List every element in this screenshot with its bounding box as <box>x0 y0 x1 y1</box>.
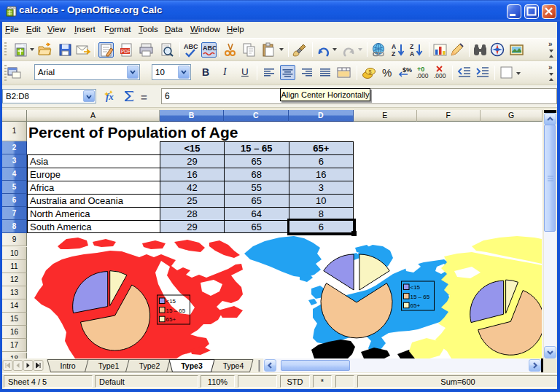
svg-text:65+: 65+ <box>166 316 176 323</box>
svg-text:65+: 65+ <box>411 302 421 309</box>
svg-text:Type3: Type3 <box>181 361 203 370</box>
svg-text:Z: Z <box>392 50 395 58</box>
svg-text:+0: +0 <box>417 66 424 73</box>
svg-text:<15: <15 <box>166 298 176 305</box>
svg-text:Z: Z <box>410 43 413 50</box>
svg-text:$: $ <box>369 69 372 74</box>
svg-text:%: % <box>382 66 392 79</box>
svg-text:.000: .000 <box>416 72 429 79</box>
svg-text:15 – 65: 15 – 65 <box>166 307 186 314</box>
svg-text:.000: .000 <box>434 72 446 79</box>
svg-text:15 – 65: 15 – 65 <box>411 294 430 300</box>
svg-text:PDF: PDF <box>121 49 131 54</box>
svg-text:Type2: Type2 <box>139 361 160 370</box>
svg-text:A: A <box>392 43 396 50</box>
svg-text:Intro: Intro <box>60 361 75 370</box>
svg-text:A: A <box>410 50 414 58</box>
svg-text:ABC: ABC <box>203 44 217 52</box>
svg-text:$%: $% <box>402 66 412 74</box>
svg-text:ABC: ABC <box>184 43 198 50</box>
svg-text:<15: <15 <box>411 284 421 291</box>
svg-text:Type1: Type1 <box>98 361 120 370</box>
svg-text:Type4: Type4 <box>223 361 244 370</box>
svg-text:fx: fx <box>106 91 114 102</box>
